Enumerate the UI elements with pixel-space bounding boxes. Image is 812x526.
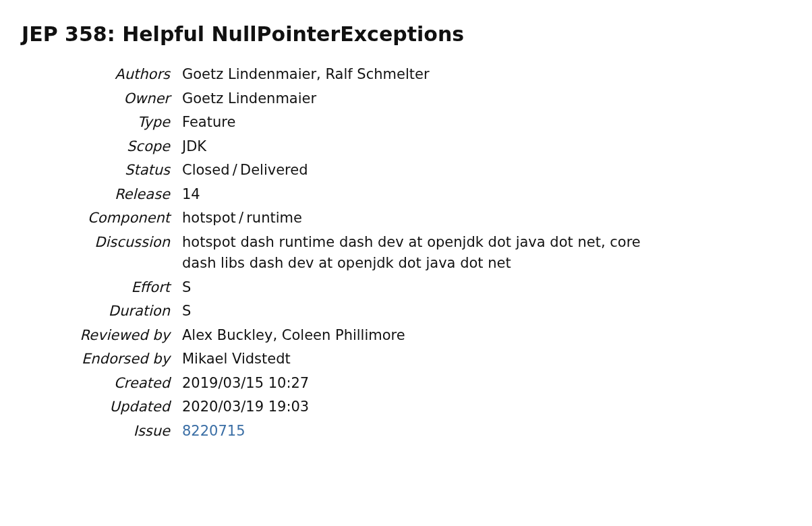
authors-value: Goetz Lindenmaier, Ralf Schmelter — [182, 63, 668, 87]
component-value: hotspot / runtime — [182, 206, 668, 231]
effort-label: Effort — [49, 276, 182, 300]
created-label: Created — [49, 372, 182, 396]
status-label: Status — [49, 158, 182, 183]
owner-label: Owner — [49, 87, 182, 111]
type-label: Type — [49, 111, 182, 135]
component-label: Component — [49, 206, 182, 231]
release-value: 14 — [182, 183, 668, 207]
duration-label: Duration — [49, 299, 182, 324]
authors-label: Authors — [49, 63, 182, 87]
scope-value: JDK — [182, 135, 668, 159]
discussion-label: Discussion — [49, 231, 182, 276]
page-title: JEP 358: Helpful NullPointerExceptions — [22, 19, 790, 49]
updated-label: Updated — [49, 395, 182, 419]
status-value: Closed / Delivered — [182, 158, 668, 183]
scope-label: Scope — [49, 135, 182, 159]
issue-link[interactable]: 8220715 — [182, 423, 245, 439]
created-value: 2019/03/15 10:27 — [182, 372, 668, 396]
updated-value: 2020/03/19 19:03 — [182, 395, 668, 419]
duration-value: S — [182, 299, 668, 324]
reviewed-by-value: Alex Buckley, Coleen Phillimore — [182, 324, 668, 348]
owner-value: Goetz Lindenmaier — [182, 87, 668, 111]
reviewed-by-label: Reviewed by — [49, 324, 182, 348]
endorsed-by-label: Endorsed by — [49, 347, 182, 372]
metadata-table: Authors Goetz Lindenmaier, Ralf Schmelte… — [49, 63, 668, 443]
type-value: Feature — [182, 111, 668, 135]
endorsed-by-value: Mikael Vidstedt — [182, 347, 668, 372]
effort-value: S — [182, 276, 668, 300]
release-label: Release — [49, 183, 182, 207]
discussion-value: hotspot dash runtime dash dev at openjdk… — [182, 231, 668, 276]
issue-label: Issue — [49, 419, 182, 444]
